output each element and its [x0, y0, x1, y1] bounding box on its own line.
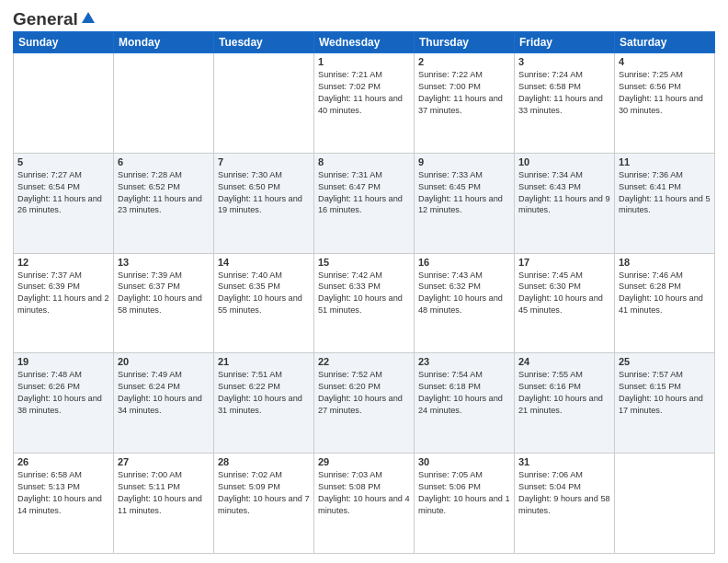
- day-info: Sunrise: 7:45 AM Sunset: 6:30 PM Dayligh…: [518, 270, 610, 317]
- day-number: 11: [619, 156, 711, 167]
- page: General SundayMondayTuesdayWednesdayThur…: [0, 0, 728, 563]
- day-number: 29: [318, 456, 410, 467]
- day-info: Sunrise: 7:40 AM Sunset: 6:35 PM Dayligh…: [218, 270, 310, 317]
- day-info: Sunrise: 7:51 AM Sunset: 6:22 PM Dayligh…: [218, 369, 310, 417]
- day-info: Sunrise: 7:37 AM Sunset: 6:39 PM Dayligh…: [17, 270, 109, 317]
- calendar-cell: 11Sunrise: 7:36 AM Sunset: 6:41 PM Dayli…: [615, 153, 715, 253]
- calendar-cell: 21Sunrise: 7:51 AM Sunset: 6:22 PM Dayli…: [214, 353, 314, 454]
- day-number: 27: [118, 456, 210, 467]
- calendar-cell: [214, 53, 314, 154]
- calendar-cell: 13Sunrise: 7:39 AM Sunset: 6:37 PM Dayli…: [114, 253, 214, 353]
- week-row-2: 5Sunrise: 7:27 AM Sunset: 6:54 PM Daylig…: [14, 153, 715, 253]
- day-info: Sunrise: 7:43 AM Sunset: 6:32 PM Dayligh…: [418, 270, 510, 317]
- weekday-header-sunday: Sunday: [14, 32, 114, 53]
- header: General: [13, 9, 715, 26]
- day-info: Sunrise: 7:31 AM Sunset: 6:47 PM Dayligh…: [318, 169, 410, 217]
- day-info: Sunrise: 7:21 AM Sunset: 7:02 PM Dayligh…: [318, 69, 410, 117]
- day-info: Sunrise: 7:22 AM Sunset: 7:00 PM Dayligh…: [418, 69, 510, 117]
- week-row-1: 1Sunrise: 7:21 AM Sunset: 7:02 PM Daylig…: [14, 53, 715, 154]
- day-number: 21: [218, 356, 310, 367]
- calendar-cell: 15Sunrise: 7:42 AM Sunset: 6:33 PM Dayli…: [314, 253, 415, 353]
- calendar-cell: 28Sunrise: 7:02 AM Sunset: 5:09 PM Dayli…: [214, 454, 314, 554]
- weekday-header-row: SundayMondayTuesdayWednesdayThursdayFrid…: [14, 32, 715, 53]
- day-number: 2: [418, 56, 510, 67]
- day-info: Sunrise: 7:57 AM Sunset: 6:15 PM Dayligh…: [619, 369, 711, 417]
- calendar-cell: 20Sunrise: 7:49 AM Sunset: 6:24 PM Dayli…: [114, 353, 214, 454]
- day-number: 22: [318, 356, 410, 367]
- calendar-cell: [114, 53, 214, 154]
- day-info: Sunrise: 7:25 AM Sunset: 6:56 PM Dayligh…: [619, 69, 711, 117]
- day-number: 23: [418, 356, 510, 367]
- calendar-cell: 17Sunrise: 7:45 AM Sunset: 6:30 PM Dayli…: [515, 253, 615, 353]
- calendar-cell: [14, 53, 114, 154]
- day-info: Sunrise: 7:24 AM Sunset: 6:58 PM Dayligh…: [518, 69, 610, 117]
- calendar-cell: 22Sunrise: 7:52 AM Sunset: 6:20 PM Dayli…: [314, 353, 415, 454]
- day-number: 16: [418, 257, 510, 268]
- day-number: 9: [418, 156, 510, 167]
- day-number: 10: [518, 156, 610, 167]
- day-info: Sunrise: 7:55 AM Sunset: 6:16 PM Dayligh…: [518, 369, 610, 417]
- svg-marker-0: [82, 12, 95, 23]
- weekday-header-friday: Friday: [515, 32, 615, 53]
- day-number: 7: [218, 156, 310, 167]
- day-number: 1: [318, 56, 410, 67]
- calendar-cell: 3Sunrise: 7:24 AM Sunset: 6:58 PM Daylig…: [515, 53, 615, 154]
- day-number: 5: [17, 156, 109, 167]
- day-info: Sunrise: 7:00 AM Sunset: 5:11 PM Dayligh…: [118, 469, 210, 517]
- day-number: 18: [619, 257, 711, 268]
- day-number: 19: [17, 356, 109, 367]
- calendar-table: SundayMondayTuesdayWednesdayThursdayFrid…: [13, 31, 715, 554]
- day-info: Sunrise: 7:46 AM Sunset: 6:28 PM Dayligh…: [619, 270, 711, 317]
- day-info: Sunrise: 7:05 AM Sunset: 5:06 PM Dayligh…: [418, 469, 510, 517]
- calendar-cell: 24Sunrise: 7:55 AM Sunset: 6:16 PM Dayli…: [515, 353, 615, 454]
- calendar-cell: 6Sunrise: 7:28 AM Sunset: 6:52 PM Daylig…: [114, 153, 214, 253]
- calendar-cell: 31Sunrise: 7:06 AM Sunset: 5:04 PM Dayli…: [515, 454, 615, 554]
- weekday-header-tuesday: Tuesday: [214, 32, 314, 53]
- week-row-3: 12Sunrise: 7:37 AM Sunset: 6:39 PM Dayli…: [14, 253, 715, 353]
- day-number: 28: [218, 456, 310, 467]
- calendar-cell: 25Sunrise: 7:57 AM Sunset: 6:15 PM Dayli…: [615, 353, 715, 454]
- day-number: 3: [518, 56, 610, 67]
- day-number: 13: [118, 257, 210, 268]
- week-row-4: 19Sunrise: 7:48 AM Sunset: 6:26 PM Dayli…: [14, 353, 715, 454]
- day-number: 25: [619, 356, 711, 367]
- day-info: Sunrise: 7:42 AM Sunset: 6:33 PM Dayligh…: [318, 270, 410, 317]
- calendar-cell: 5Sunrise: 7:27 AM Sunset: 6:54 PM Daylig…: [14, 153, 114, 253]
- week-row-5: 26Sunrise: 6:58 AM Sunset: 5:13 PM Dayli…: [14, 454, 715, 554]
- day-number: 31: [518, 456, 610, 467]
- day-info: Sunrise: 7:03 AM Sunset: 5:08 PM Dayligh…: [318, 469, 410, 517]
- day-number: 20: [118, 356, 210, 367]
- day-number: 30: [418, 456, 510, 467]
- day-number: 12: [17, 257, 109, 268]
- calendar-cell: 10Sunrise: 7:34 AM Sunset: 6:43 PM Dayli…: [515, 153, 615, 253]
- day-info: Sunrise: 7:27 AM Sunset: 6:54 PM Dayligh…: [17, 169, 109, 217]
- day-info: Sunrise: 7:02 AM Sunset: 5:09 PM Dayligh…: [218, 469, 310, 517]
- calendar-cell: 26Sunrise: 6:58 AM Sunset: 5:13 PM Dayli…: [14, 454, 114, 554]
- day-info: Sunrise: 7:33 AM Sunset: 6:45 PM Dayligh…: [418, 169, 510, 217]
- logo-general: General: [13, 9, 78, 29]
- calendar-cell: 16Sunrise: 7:43 AM Sunset: 6:32 PM Dayli…: [415, 253, 515, 353]
- calendar-cell: 18Sunrise: 7:46 AM Sunset: 6:28 PM Dayli…: [615, 253, 715, 353]
- day-number: 15: [318, 257, 410, 268]
- calendar-cell: 4Sunrise: 7:25 AM Sunset: 6:56 PM Daylig…: [615, 53, 715, 154]
- calendar-cell: 27Sunrise: 7:00 AM Sunset: 5:11 PM Dayli…: [114, 454, 214, 554]
- day-info: Sunrise: 7:48 AM Sunset: 6:26 PM Dayligh…: [17, 369, 109, 417]
- weekday-header-saturday: Saturday: [615, 32, 715, 53]
- calendar-cell: [615, 454, 715, 554]
- calendar-cell: 19Sunrise: 7:48 AM Sunset: 6:26 PM Dayli…: [14, 353, 114, 454]
- day-info: Sunrise: 7:39 AM Sunset: 6:37 PM Dayligh…: [118, 270, 210, 317]
- calendar-cell: 1Sunrise: 7:21 AM Sunset: 7:02 PM Daylig…: [314, 53, 415, 154]
- calendar-cell: 7Sunrise: 7:30 AM Sunset: 6:50 PM Daylig…: [214, 153, 314, 253]
- day-info: Sunrise: 7:28 AM Sunset: 6:52 PM Dayligh…: [118, 169, 210, 217]
- calendar-cell: 8Sunrise: 7:31 AM Sunset: 6:47 PM Daylig…: [314, 153, 415, 253]
- calendar-cell: 29Sunrise: 7:03 AM Sunset: 5:08 PM Dayli…: [314, 454, 415, 554]
- day-number: 24: [518, 356, 610, 367]
- calendar-cell: 2Sunrise: 7:22 AM Sunset: 7:00 PM Daylig…: [415, 53, 515, 154]
- day-info: Sunrise: 7:49 AM Sunset: 6:24 PM Dayligh…: [118, 369, 210, 417]
- day-info: Sunrise: 7:30 AM Sunset: 6:50 PM Dayligh…: [218, 169, 310, 217]
- weekday-header-thursday: Thursday: [415, 32, 515, 53]
- day-number: 17: [518, 257, 610, 268]
- day-number: 26: [17, 456, 109, 467]
- day-number: 6: [118, 156, 210, 167]
- logo-icon: [80, 10, 97, 27]
